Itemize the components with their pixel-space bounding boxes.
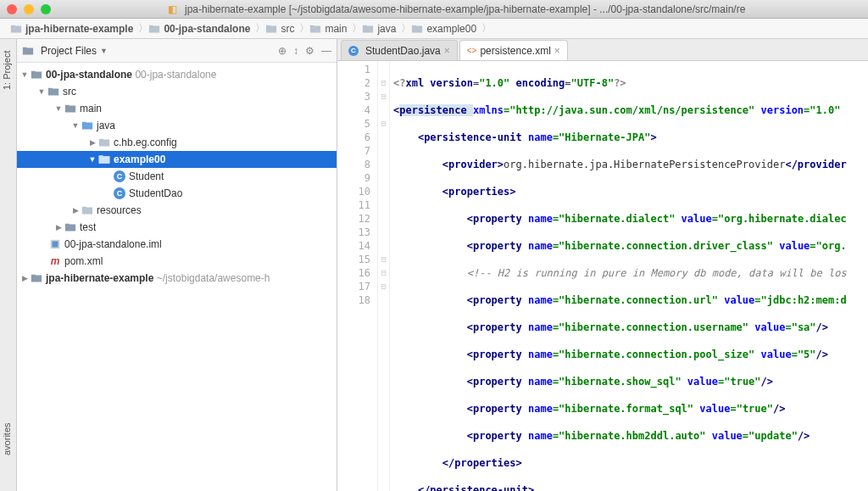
traffic-lights <box>7 4 51 14</box>
tree-row-main[interactable]: ▼main <box>17 100 337 117</box>
line-number: 3 <box>339 90 370 103</box>
project-tree[interactable]: ▼00-jpa-standalone 00-jpa-standalone ▼sr… <box>17 63 337 491</box>
line-number: 4 <box>339 103 370 117</box>
locate-icon[interactable]: ⊕ <box>278 45 287 57</box>
gear-icon[interactable]: ⚙ <box>305 45 314 57</box>
tab-label: StudentDao.java <box>365 45 441 57</box>
tree-row-class-studentdao[interactable]: CStudentDao <box>17 185 337 202</box>
panel-header: Project Files ▼ ⊕ ↕ ⚙ — <box>17 39 337 63</box>
tree-label: jpa-hibernate-example <box>46 272 153 284</box>
disclosure-closed-icon[interactable]: ▶ <box>20 274 29 282</box>
source-folder-icon <box>81 120 93 131</box>
chevron-right-icon: 〉 <box>481 19 487 39</box>
folder-icon <box>22 45 34 57</box>
tree-row-java[interactable]: ▼java <box>17 117 337 134</box>
line-number-gutter: 1 2 3 4 5 6 7 8 9 10 11 12 13 14 15 16 1… <box>337 61 378 491</box>
tree-hint: 00-jpa-standalone <box>135 69 216 81</box>
left-tool-rail: 1: Project avorites <box>0 39 17 491</box>
line-number: 11 <box>339 198 370 212</box>
crumb-4[interactable]: java <box>357 23 401 35</box>
crumb-3[interactable]: main <box>304 23 352 35</box>
tree-label: 00-jpa-standalone.iml <box>64 238 162 250</box>
line-number: 13 <box>339 226 370 239</box>
chevron-down-icon: ▼ <box>100 47 108 55</box>
folder-icon <box>362 23 374 35</box>
tree-row-src[interactable]: ▼src <box>17 83 337 100</box>
crumb-2[interactable]: src <box>260 23 299 35</box>
panel-title-text: Project Files <box>41 45 97 57</box>
module-icon <box>31 272 42 284</box>
editor-tabs: CStudentDao.java× <>persistence.xml× <box>337 39 868 61</box>
disclosure-open-icon[interactable]: ▼ <box>54 104 63 113</box>
editor-body: 1 2 3 4 5 6 7 8 9 10 11 12 13 14 15 16 1… <box>337 61 868 491</box>
code-line: <provider>org.hibernate.jpa.HibernatePer… <box>393 158 868 171</box>
code-line: <property name="hibernate.connection.poo… <box>393 348 868 361</box>
tree-row-module-root2[interactable]: ▶jpa-hibernate-example ~/jstobigdata/awe… <box>17 270 337 287</box>
tree-label: Student <box>129 170 164 182</box>
disclosure-closed-icon[interactable]: ▶ <box>54 223 63 232</box>
code-line: <?xml version="1.0" encoding="UTF-8"?> <box>393 76 868 90</box>
close-icon[interactable]: × <box>554 45 560 57</box>
code-line: <persistence xmlns="http://java.sun.com/… <box>393 103 868 117</box>
tree-label: c.hb.eg.config <box>114 137 177 148</box>
line-number: 6 <box>339 131 370 144</box>
maximize-window-button[interactable] <box>41 4 51 14</box>
tab-persistence-xml[interactable]: <>persistence.xml× <box>459 40 568 60</box>
tree-label: java <box>97 120 115 131</box>
folder-icon <box>148 23 160 35</box>
tree-label: src <box>63 86 76 98</box>
disclosure-open-icon[interactable]: ▼ <box>20 70 29 79</box>
disclosure-open-icon[interactable]: ▼ <box>88 155 97 164</box>
folder-icon <box>64 221 76 233</box>
tree-label: pom.xml <box>64 255 103 267</box>
crumb-label: src <box>281 23 294 35</box>
code-line: <property name="hibernate.hbm2ddl.auto" … <box>393 429 868 443</box>
tree-row-module-root[interactable]: ▼00-jpa-standalone 00-jpa-standalone <box>17 66 337 83</box>
class-icon: C <box>114 170 125 182</box>
line-number: 1 <box>339 63 370 76</box>
favorites-tool-tab[interactable]: avorites <box>2 422 12 455</box>
crumb-label: example00 <box>426 23 476 35</box>
project-panel: Project Files ▼ ⊕ ↕ ⚙ — ▼00-jpa-standalo… <box>17 39 337 491</box>
project-tool-tab[interactable]: 1: Project <box>2 51 12 90</box>
panel-view-selector[interactable]: Project Files ▼ <box>22 45 278 57</box>
editor-area: CStudentDao.java× <>persistence.xml× 1 2… <box>337 39 868 491</box>
disclosure-closed-icon[interactable]: ▶ <box>88 138 97 147</box>
tree-row-pkg-example00[interactable]: ▼example00 <box>17 151 337 168</box>
collapse-icon[interactable]: ↕ <box>293 45 298 57</box>
crumb-0[interactable]: jpa-hibernate-example <box>5 23 138 35</box>
minimize-window-button[interactable] <box>24 4 34 14</box>
tree-hint: ~/jstobigdata/awesome-h <box>157 272 270 284</box>
crumb-5[interactable]: example00 <box>406 23 481 35</box>
tree-row-test[interactable]: ▶test <box>17 219 337 236</box>
disclosure-closed-icon[interactable]: ▶ <box>71 206 80 215</box>
tab-studentdao[interactable]: CStudentDao.java× <box>341 40 458 60</box>
tab-label: persistence.xml <box>480 45 550 57</box>
crumb-label: main <box>325 23 347 35</box>
class-icon: C <box>348 46 359 56</box>
disclosure-open-icon[interactable]: ▼ <box>37 87 46 96</box>
line-number: 10 <box>339 185 370 198</box>
fold-gutter: ⊟⊟⊟⊟⊟⊟ <box>378 61 390 491</box>
module-icon <box>31 69 42 81</box>
disclosure-open-icon[interactable]: ▼ <box>71 121 80 130</box>
close-icon[interactable]: × <box>444 45 450 57</box>
crumb-label: java <box>377 23 396 35</box>
tree-label: resources <box>97 204 142 216</box>
tree-row-class-student[interactable]: CStudent <box>17 168 337 185</box>
line-number: 7 <box>339 144 370 158</box>
crumb-1[interactable]: 00-jpa-standalone <box>143 23 255 35</box>
panel-toolbar: ⊕ ↕ ⚙ — <box>278 45 331 57</box>
close-window-button[interactable] <box>7 4 17 14</box>
tree-row-resources[interactable]: ▶resources <box>17 202 337 219</box>
maven-file-icon: m <box>49 255 61 267</box>
folder-icon <box>47 86 59 98</box>
tree-row-iml[interactable]: 00-jpa-standalone.iml <box>17 236 337 253</box>
line-number: 2 <box>339 76 370 90</box>
tree-label: main <box>80 103 102 114</box>
tree-row-pom[interactable]: mpom.xml <box>17 253 337 270</box>
hide-icon[interactable]: — <box>321 45 331 57</box>
tree-row-pkg-config[interactable]: ▶c.hb.eg.config <box>17 134 337 151</box>
line-number: 16 <box>339 266 370 280</box>
code-editor[interactable]: <?xml version="1.0" encoding="UTF-8"?> <… <box>390 61 868 491</box>
